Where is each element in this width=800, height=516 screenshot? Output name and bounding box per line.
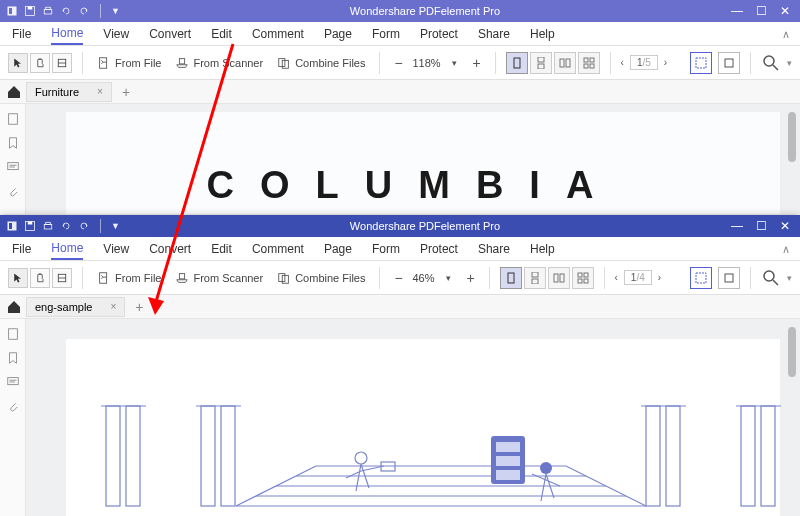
select-tool-icon[interactable] xyxy=(8,268,28,288)
screenshot-tool-icon[interactable] xyxy=(690,52,712,74)
select-tool-icon[interactable] xyxy=(8,53,28,73)
hand-tool-icon[interactable] xyxy=(30,268,50,288)
combine-files-button[interactable]: Combine Files xyxy=(273,53,369,73)
print-icon[interactable] xyxy=(42,220,54,232)
menu-page[interactable]: Page xyxy=(324,242,352,256)
maximize-button[interactable]: ☐ xyxy=(754,219,768,233)
save-icon[interactable] xyxy=(24,5,36,17)
view-single-page-icon[interactable] xyxy=(506,52,528,74)
scrollbar[interactable] xyxy=(788,327,796,377)
zoom-level[interactable]: 46% xyxy=(412,272,434,284)
zoom-in-button[interactable]: + xyxy=(463,270,479,286)
minimize-button[interactable]: — xyxy=(730,219,744,233)
new-tab-button[interactable]: + xyxy=(116,84,136,100)
search-icon[interactable] xyxy=(761,53,781,73)
maximize-button[interactable]: ☐ xyxy=(754,4,768,18)
zoom-out-button[interactable]: − xyxy=(390,55,406,71)
menu-share[interactable]: Share xyxy=(478,27,510,41)
search-icon[interactable] xyxy=(761,268,781,288)
search-dropdown-icon[interactable]: ▾ xyxy=(787,58,792,68)
view-continuous-icon[interactable] xyxy=(524,267,546,289)
tab-close-icon[interactable]: × xyxy=(97,86,103,97)
page-prev-button[interactable]: ‹ xyxy=(621,57,624,68)
menu-comment[interactable]: Comment xyxy=(252,27,304,41)
view-continuous-icon[interactable] xyxy=(530,52,552,74)
hand-tool-icon[interactable] xyxy=(30,53,50,73)
edit-tool-icon[interactable] xyxy=(52,268,72,288)
minimize-button[interactable]: — xyxy=(730,4,744,18)
zoom-out-button[interactable]: − xyxy=(390,270,406,286)
menu-protect[interactable]: Protect xyxy=(420,242,458,256)
menu-form[interactable]: Form xyxy=(372,27,400,41)
combine-files-button[interactable]: Combine Files xyxy=(273,268,369,288)
thumbnail-panel-icon[interactable] xyxy=(6,327,20,341)
tab-close-icon[interactable]: × xyxy=(110,301,116,312)
menu-convert[interactable]: Convert xyxy=(149,27,191,41)
menu-file[interactable]: File xyxy=(12,242,31,256)
document-tab[interactable]: Furniture × xyxy=(26,82,112,102)
from-scanner-button[interactable]: From Scanner xyxy=(171,268,267,288)
menu-file[interactable]: File xyxy=(12,27,31,41)
menu-edit[interactable]: Edit xyxy=(211,242,232,256)
document-viewport[interactable]: COLUMBIA xyxy=(26,104,800,214)
page-prev-button[interactable]: ‹ xyxy=(615,272,618,283)
view-two-continuous-icon[interactable] xyxy=(578,52,600,74)
new-tab-button[interactable]: + xyxy=(129,299,149,315)
page-next-button[interactable]: › xyxy=(664,57,667,68)
redo-icon[interactable] xyxy=(78,5,90,17)
titlebar-more-icon[interactable]: ▼ xyxy=(111,221,120,231)
view-two-continuous-icon[interactable] xyxy=(572,267,594,289)
menu-help[interactable]: Help xyxy=(530,27,555,41)
comments-panel-icon[interactable] xyxy=(6,160,20,174)
tab-home-icon[interactable] xyxy=(6,84,22,100)
close-window-button[interactable]: ✕ xyxy=(778,4,792,18)
undo-icon[interactable] xyxy=(60,220,72,232)
view-two-page-icon[interactable] xyxy=(554,52,576,74)
menu-form[interactable]: Form xyxy=(372,242,400,256)
undo-icon[interactable] xyxy=(60,5,72,17)
document-viewport[interactable] xyxy=(26,319,800,516)
comments-panel-icon[interactable] xyxy=(6,375,20,389)
print-icon[interactable] xyxy=(42,5,54,17)
zoom-in-button[interactable]: + xyxy=(469,55,485,71)
menu-help[interactable]: Help xyxy=(530,242,555,256)
collapse-ribbon-icon[interactable]: ∧ xyxy=(782,243,790,256)
menu-view[interactable]: View xyxy=(103,242,129,256)
read-mode-icon[interactable] xyxy=(718,52,740,74)
read-mode-icon[interactable] xyxy=(718,267,740,289)
tab-home-icon[interactable] xyxy=(6,299,22,315)
menu-home[interactable]: Home xyxy=(51,26,83,45)
zoom-dropdown-icon[interactable]: ▾ xyxy=(447,58,463,68)
view-single-page-icon[interactable] xyxy=(500,267,522,289)
document-tab[interactable]: eng-sample × xyxy=(26,297,125,317)
from-scanner-button[interactable]: From Scanner xyxy=(171,53,267,73)
bookmark-panel-icon[interactable] xyxy=(6,136,20,150)
menu-protect[interactable]: Protect xyxy=(420,27,458,41)
edit-tool-icon[interactable] xyxy=(52,53,72,73)
menu-page[interactable]: Page xyxy=(324,27,352,41)
zoom-level[interactable]: 118% xyxy=(412,57,440,69)
attachment-panel-icon[interactable] xyxy=(6,399,20,413)
menu-view[interactable]: View xyxy=(103,27,129,41)
titlebar-more-icon[interactable]: ▼ xyxy=(111,6,120,16)
zoom-dropdown-icon[interactable]: ▾ xyxy=(441,273,457,283)
scrollbar[interactable] xyxy=(788,112,796,162)
view-two-page-icon[interactable] xyxy=(548,267,570,289)
thumbnail-panel-icon[interactable] xyxy=(6,112,20,126)
collapse-ribbon-icon[interactable]: ∧ xyxy=(782,28,790,41)
screenshot-tool-icon[interactable] xyxy=(690,267,712,289)
menu-share[interactable]: Share xyxy=(478,242,510,256)
menu-edit[interactable]: Edit xyxy=(211,27,232,41)
redo-icon[interactable] xyxy=(78,220,90,232)
search-dropdown-icon[interactable]: ▾ xyxy=(787,273,792,283)
page-next-button[interactable]: › xyxy=(658,272,661,283)
from-file-button[interactable]: From File xyxy=(93,268,165,288)
from-file-button[interactable]: From File xyxy=(93,53,165,73)
close-window-button[interactable]: ✕ xyxy=(778,219,792,233)
bookmark-panel-icon[interactable] xyxy=(6,351,20,365)
menu-convert[interactable]: Convert xyxy=(149,242,191,256)
attachment-panel-icon[interactable] xyxy=(6,184,20,198)
menu-home[interactable]: Home xyxy=(51,241,83,260)
save-icon[interactable] xyxy=(24,220,36,232)
menu-comment[interactable]: Comment xyxy=(252,242,304,256)
